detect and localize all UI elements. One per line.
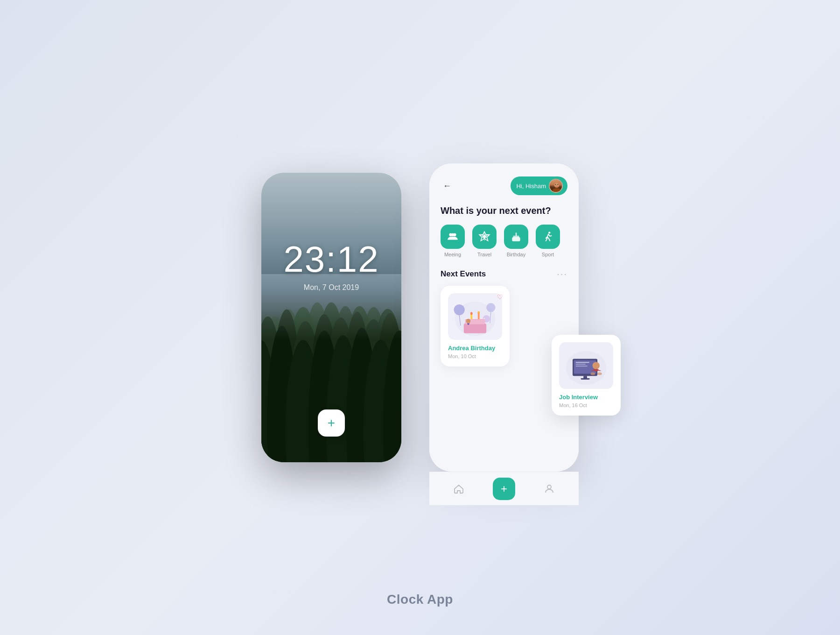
clock-date: Mon, 7 Oct 2019 [304, 283, 359, 292]
bottom-navigation: + [429, 472, 579, 505]
avatar [549, 179, 563, 193]
categories-row: Meeing Travel [441, 225, 567, 257]
floating-job-interview-card[interactable]: Job Interview Mon, 16 Oct [552, 335, 621, 416]
nav-add-button[interactable]: + [493, 478, 515, 500]
svg-rect-46 [464, 324, 486, 333]
travel-icon-bg [472, 225, 497, 249]
app-header: ← Hi, Hisham [441, 176, 567, 195]
sport-label: Sport [542, 252, 554, 257]
svg-point-39 [548, 232, 550, 233]
svg-point-64 [597, 373, 602, 375]
svg-point-51 [477, 311, 480, 314]
interview-event-title: Job Interview [559, 394, 613, 401]
meeting-label: Meeing [444, 252, 461, 257]
nav-profile[interactable] [544, 483, 555, 494]
svg-rect-57 [576, 362, 589, 363]
svg-point-53 [547, 485, 551, 489]
svg-point-30 [555, 184, 556, 185]
category-birthday[interactable]: Birthday [504, 225, 528, 257]
events-row: ♡ Andrea Birthday Mon, 10 Oct [441, 286, 567, 367]
svg-point-28 [552, 188, 561, 193]
back-button[interactable]: ← [441, 179, 454, 192]
svg-point-41 [454, 304, 465, 315]
birthday-icon-bg [504, 225, 528, 249]
svg-rect-49 [478, 313, 480, 319]
svg-point-38 [515, 233, 517, 234]
category-travel[interactable]: Travel [472, 225, 497, 257]
lock-screen-background: 23:12 Mon, 7 Oct 2019 [261, 173, 401, 462]
svg-point-31 [558, 184, 559, 185]
home-icon [453, 483, 464, 494]
next-events-title: Next Events [441, 269, 486, 279]
svg-point-63 [591, 373, 595, 375]
heart-icon: ♡ [497, 293, 503, 301]
birthday-illustration [448, 293, 502, 340]
sport-icon [542, 231, 554, 243]
svg-point-50 [470, 312, 473, 315]
svg-point-29 [554, 183, 559, 187]
svg-rect-58 [576, 364, 586, 365]
greeting-text: Hi, Hisham [516, 183, 546, 190]
travel-icon [478, 231, 490, 243]
svg-rect-59 [576, 366, 588, 367]
lock-screen-phone: 23:12 Mon, 7 Oct 2019 [261, 173, 401, 462]
avatar-image [550, 180, 562, 192]
birthday-event-title: Andrea Birthday [448, 345, 502, 352]
birthday-event-date: Mon, 10 Oct [448, 353, 502, 359]
svg-rect-61 [581, 378, 589, 380]
travel-label: Travel [477, 252, 491, 257]
phones-container: 23:12 Mon, 7 Oct 2019 [261, 163, 579, 472]
meeting-icon-bg [441, 225, 465, 249]
event-card-birthday[interactable]: ♡ Andrea Birthday Mon, 10 Oct [441, 286, 510, 367]
sport-icon-bg [536, 225, 560, 249]
main-app-phone: ← Hi, Hisham [429, 163, 579, 472]
next-events-header: Next Events ··· [441, 268, 567, 279]
category-sport[interactable]: Sport [536, 225, 560, 257]
more-options-button[interactable]: ··· [557, 268, 567, 279]
svg-point-34 [451, 233, 455, 236]
svg-point-52 [466, 319, 471, 324]
category-meeting[interactable]: Meeing [441, 225, 465, 257]
birthday-icon [510, 231, 522, 243]
clock-time: 23:12 [283, 238, 379, 281]
svg-rect-35 [512, 237, 520, 241]
lock-add-button[interactable]: + [318, 409, 345, 437]
greeting-badge: Hi, Hisham [511, 176, 567, 195]
section-question: What is your next event? [441, 205, 567, 216]
main-app-inner: ← Hi, Hisham [429, 163, 579, 472]
interview-event-date: Mon, 16 Oct [559, 402, 613, 408]
profile-icon [544, 483, 555, 494]
nav-home[interactable] [453, 483, 464, 494]
interview-illustration [559, 342, 613, 389]
svg-point-42 [486, 303, 495, 312]
birthday-label: Birthday [507, 252, 525, 257]
app-title: Clock App [387, 592, 453, 607]
meeting-icon [447, 231, 459, 243]
svg-point-62 [593, 362, 600, 369]
